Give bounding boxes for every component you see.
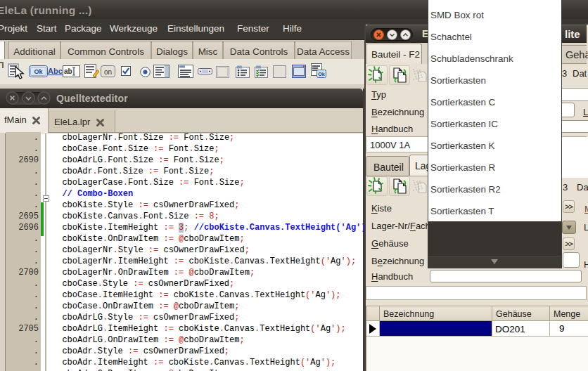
svg-text:Abc: Abc (48, 67, 63, 75)
svg-text:Ok: Ok (34, 68, 43, 75)
svg-text:ab: ab (64, 67, 72, 75)
svg-text:Ok: Ok (318, 72, 324, 77)
svg-text:on: on (104, 68, 112, 76)
